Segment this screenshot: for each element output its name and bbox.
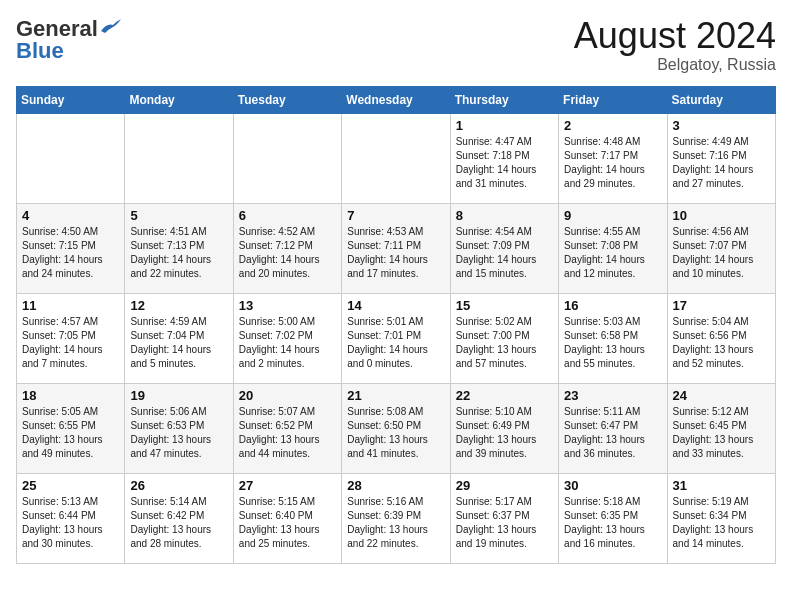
logo-blue-text: Blue bbox=[16, 38, 64, 64]
page-header: General Blue August 2024 Belgatoy, Russi… bbox=[16, 16, 776, 74]
header-day-monday: Monday bbox=[125, 86, 233, 113]
calendar-cell: 29Sunrise: 5:17 AM Sunset: 6:37 PM Dayli… bbox=[450, 473, 558, 563]
calendar-cell: 23Sunrise: 5:11 AM Sunset: 6:47 PM Dayli… bbox=[559, 383, 667, 473]
day-number: 28 bbox=[347, 478, 444, 493]
day-info: Sunrise: 4:47 AM Sunset: 7:18 PM Dayligh… bbox=[456, 135, 553, 191]
day-info: Sunrise: 4:59 AM Sunset: 7:04 PM Dayligh… bbox=[130, 315, 227, 371]
day-info: Sunrise: 5:01 AM Sunset: 7:01 PM Dayligh… bbox=[347, 315, 444, 371]
calendar-cell: 22Sunrise: 5:10 AM Sunset: 6:49 PM Dayli… bbox=[450, 383, 558, 473]
day-number: 4 bbox=[22, 208, 119, 223]
calendar-cell bbox=[233, 113, 341, 203]
calendar-cell: 30Sunrise: 5:18 AM Sunset: 6:35 PM Dayli… bbox=[559, 473, 667, 563]
day-number: 5 bbox=[130, 208, 227, 223]
calendar-cell: 27Sunrise: 5:15 AM Sunset: 6:40 PM Dayli… bbox=[233, 473, 341, 563]
header-day-tuesday: Tuesday bbox=[233, 86, 341, 113]
calendar-cell: 9Sunrise: 4:55 AM Sunset: 7:08 PM Daylig… bbox=[559, 203, 667, 293]
day-number: 22 bbox=[456, 388, 553, 403]
calendar-cell: 11Sunrise: 4:57 AM Sunset: 7:05 PM Dayli… bbox=[17, 293, 125, 383]
day-info: Sunrise: 4:51 AM Sunset: 7:13 PM Dayligh… bbox=[130, 225, 227, 281]
day-number: 27 bbox=[239, 478, 336, 493]
location-subtitle: Belgatoy, Russia bbox=[574, 56, 776, 74]
calendar-header-row: SundayMondayTuesdayWednesdayThursdayFrid… bbox=[17, 86, 776, 113]
calendar-week-4: 25Sunrise: 5:13 AM Sunset: 6:44 PM Dayli… bbox=[17, 473, 776, 563]
day-info: Sunrise: 5:18 AM Sunset: 6:35 PM Dayligh… bbox=[564, 495, 661, 551]
calendar-cell: 2Sunrise: 4:48 AM Sunset: 7:17 PM Daylig… bbox=[559, 113, 667, 203]
day-info: Sunrise: 5:15 AM Sunset: 6:40 PM Dayligh… bbox=[239, 495, 336, 551]
day-info: Sunrise: 5:05 AM Sunset: 6:55 PM Dayligh… bbox=[22, 405, 119, 461]
day-number: 6 bbox=[239, 208, 336, 223]
calendar-week-3: 18Sunrise: 5:05 AM Sunset: 6:55 PM Dayli… bbox=[17, 383, 776, 473]
day-info: Sunrise: 5:11 AM Sunset: 6:47 PM Dayligh… bbox=[564, 405, 661, 461]
day-number: 18 bbox=[22, 388, 119, 403]
day-number: 13 bbox=[239, 298, 336, 313]
day-info: Sunrise: 4:56 AM Sunset: 7:07 PM Dayligh… bbox=[673, 225, 770, 281]
day-info: Sunrise: 4:50 AM Sunset: 7:15 PM Dayligh… bbox=[22, 225, 119, 281]
calendar-cell: 10Sunrise: 4:56 AM Sunset: 7:07 PM Dayli… bbox=[667, 203, 775, 293]
day-number: 12 bbox=[130, 298, 227, 313]
title-area: August 2024 Belgatoy, Russia bbox=[574, 16, 776, 74]
day-info: Sunrise: 4:57 AM Sunset: 7:05 PM Dayligh… bbox=[22, 315, 119, 371]
day-number: 25 bbox=[22, 478, 119, 493]
day-info: Sunrise: 5:03 AM Sunset: 6:58 PM Dayligh… bbox=[564, 315, 661, 371]
header-day-friday: Friday bbox=[559, 86, 667, 113]
day-number: 3 bbox=[673, 118, 770, 133]
day-number: 24 bbox=[673, 388, 770, 403]
day-number: 10 bbox=[673, 208, 770, 223]
day-number: 15 bbox=[456, 298, 553, 313]
calendar-week-0: 1Sunrise: 4:47 AM Sunset: 7:18 PM Daylig… bbox=[17, 113, 776, 203]
day-number: 11 bbox=[22, 298, 119, 313]
day-number: 14 bbox=[347, 298, 444, 313]
logo-bird-icon bbox=[99, 19, 121, 35]
day-number: 16 bbox=[564, 298, 661, 313]
calendar-cell: 5Sunrise: 4:51 AM Sunset: 7:13 PM Daylig… bbox=[125, 203, 233, 293]
day-number: 30 bbox=[564, 478, 661, 493]
day-number: 23 bbox=[564, 388, 661, 403]
day-number: 8 bbox=[456, 208, 553, 223]
day-info: Sunrise: 4:49 AM Sunset: 7:16 PM Dayligh… bbox=[673, 135, 770, 191]
day-info: Sunrise: 5:13 AM Sunset: 6:44 PM Dayligh… bbox=[22, 495, 119, 551]
day-info: Sunrise: 5:12 AM Sunset: 6:45 PM Dayligh… bbox=[673, 405, 770, 461]
calendar-cell bbox=[17, 113, 125, 203]
day-info: Sunrise: 5:16 AM Sunset: 6:39 PM Dayligh… bbox=[347, 495, 444, 551]
day-number: 7 bbox=[347, 208, 444, 223]
day-info: Sunrise: 4:48 AM Sunset: 7:17 PM Dayligh… bbox=[564, 135, 661, 191]
day-info: Sunrise: 4:52 AM Sunset: 7:12 PM Dayligh… bbox=[239, 225, 336, 281]
calendar-cell: 1Sunrise: 4:47 AM Sunset: 7:18 PM Daylig… bbox=[450, 113, 558, 203]
day-info: Sunrise: 5:07 AM Sunset: 6:52 PM Dayligh… bbox=[239, 405, 336, 461]
day-number: 20 bbox=[239, 388, 336, 403]
calendar-cell: 3Sunrise: 4:49 AM Sunset: 7:16 PM Daylig… bbox=[667, 113, 775, 203]
calendar-cell: 7Sunrise: 4:53 AM Sunset: 7:11 PM Daylig… bbox=[342, 203, 450, 293]
calendar-cell: 13Sunrise: 5:00 AM Sunset: 7:02 PM Dayli… bbox=[233, 293, 341, 383]
day-info: Sunrise: 5:19 AM Sunset: 6:34 PM Dayligh… bbox=[673, 495, 770, 551]
calendar-cell: 25Sunrise: 5:13 AM Sunset: 6:44 PM Dayli… bbox=[17, 473, 125, 563]
calendar-cell: 6Sunrise: 4:52 AM Sunset: 7:12 PM Daylig… bbox=[233, 203, 341, 293]
day-info: Sunrise: 4:53 AM Sunset: 7:11 PM Dayligh… bbox=[347, 225, 444, 281]
day-info: Sunrise: 5:08 AM Sunset: 6:50 PM Dayligh… bbox=[347, 405, 444, 461]
day-info: Sunrise: 5:06 AM Sunset: 6:53 PM Dayligh… bbox=[130, 405, 227, 461]
header-day-saturday: Saturday bbox=[667, 86, 775, 113]
calendar-cell: 20Sunrise: 5:07 AM Sunset: 6:52 PM Dayli… bbox=[233, 383, 341, 473]
calendar-table: SundayMondayTuesdayWednesdayThursdayFrid… bbox=[16, 86, 776, 564]
day-info: Sunrise: 5:17 AM Sunset: 6:37 PM Dayligh… bbox=[456, 495, 553, 551]
calendar-cell: 15Sunrise: 5:02 AM Sunset: 7:00 PM Dayli… bbox=[450, 293, 558, 383]
logo: General Blue bbox=[16, 16, 121, 64]
calendar-cell: 8Sunrise: 4:54 AM Sunset: 7:09 PM Daylig… bbox=[450, 203, 558, 293]
day-number: 26 bbox=[130, 478, 227, 493]
calendar-cell: 18Sunrise: 5:05 AM Sunset: 6:55 PM Dayli… bbox=[17, 383, 125, 473]
day-number: 29 bbox=[456, 478, 553, 493]
header-day-thursday: Thursday bbox=[450, 86, 558, 113]
calendar-cell: 21Sunrise: 5:08 AM Sunset: 6:50 PM Dayli… bbox=[342, 383, 450, 473]
calendar-cell: 12Sunrise: 4:59 AM Sunset: 7:04 PM Dayli… bbox=[125, 293, 233, 383]
calendar-cell bbox=[342, 113, 450, 203]
calendar-cell bbox=[125, 113, 233, 203]
day-number: 17 bbox=[673, 298, 770, 313]
day-number: 2 bbox=[564, 118, 661, 133]
day-info: Sunrise: 5:02 AM Sunset: 7:00 PM Dayligh… bbox=[456, 315, 553, 371]
day-number: 19 bbox=[130, 388, 227, 403]
day-info: Sunrise: 5:10 AM Sunset: 6:49 PM Dayligh… bbox=[456, 405, 553, 461]
day-number: 31 bbox=[673, 478, 770, 493]
calendar-cell: 19Sunrise: 5:06 AM Sunset: 6:53 PM Dayli… bbox=[125, 383, 233, 473]
day-info: Sunrise: 4:55 AM Sunset: 7:08 PM Dayligh… bbox=[564, 225, 661, 281]
calendar-week-2: 11Sunrise: 4:57 AM Sunset: 7:05 PM Dayli… bbox=[17, 293, 776, 383]
header-day-sunday: Sunday bbox=[17, 86, 125, 113]
